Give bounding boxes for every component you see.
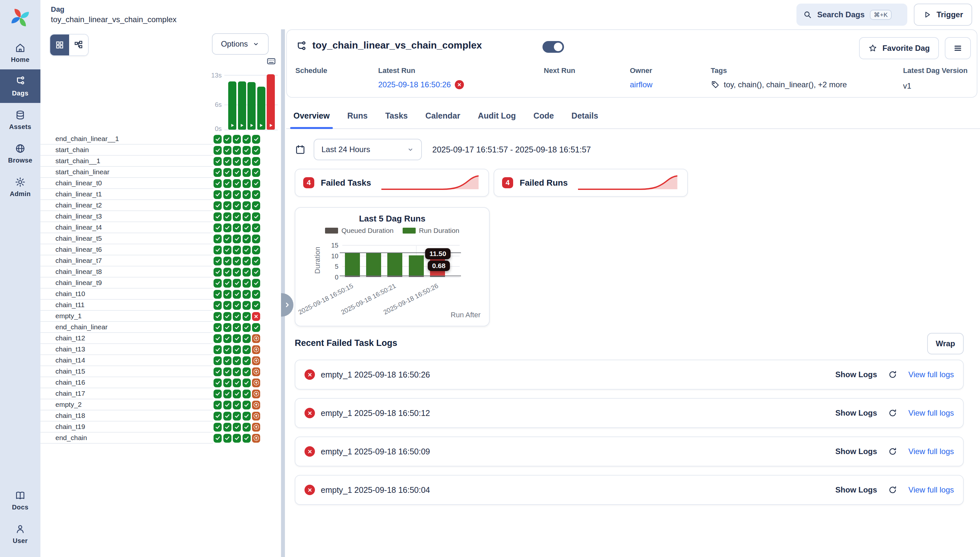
task-instance-upstream-failed[interactable] [252,367,260,376]
task-instance-success[interactable] [252,268,260,277]
task-instance-success[interactable] [233,367,241,376]
task-instance-success[interactable] [243,323,251,332]
task-instance-success[interactable] [214,401,222,409]
task-instance-success[interactable] [214,389,222,398]
task-name[interactable]: chain_t10 [41,288,213,300]
tab-audit-log[interactable]: Audit Log [478,103,516,128]
dag-run-bar-success[interactable] [238,81,246,130]
task-instance-upstream-failed[interactable] [252,389,260,398]
tab-overview[interactable]: Overview [293,103,330,128]
graph-view-button[interactable] [69,34,88,55]
tab-tasks[interactable]: Tasks [385,103,408,128]
task-instance-success[interactable] [223,290,232,299]
task-instance-success[interactable] [233,412,241,420]
task-instance-success[interactable] [233,345,241,354]
time-range-select[interactable]: Last 24 Hours [314,139,422,160]
task-instance-success[interactable] [233,279,241,288]
task-instance-success[interactable] [223,412,232,420]
owner-link[interactable]: airflow [630,80,652,89]
task-instance-success[interactable] [214,290,222,299]
task-instance-success[interactable] [252,190,260,199]
task-instance-success[interactable] [223,179,232,188]
task-instance-success[interactable] [233,301,241,310]
task-instance-success[interactable] [243,246,251,254]
task-instance-success[interactable] [223,356,232,365]
task-instance-upstream-failed[interactable] [252,412,260,420]
task-instance-success[interactable] [243,223,251,232]
task-instance-success[interactable] [214,334,222,343]
wrap-button[interactable]: Wrap [927,333,964,354]
refresh-icon[interactable] [888,370,897,379]
task-instance-success[interactable] [214,423,222,432]
dag-run-bar-failed[interactable] [267,74,275,130]
task-instance-success[interactable] [243,301,251,310]
task-name[interactable]: chain_t11 [41,300,213,311]
task-instance-success[interactable] [252,257,260,265]
view-full-logs-link[interactable]: View full logs [908,485,954,495]
refresh-icon[interactable] [888,447,897,456]
sidebar-item-user[interactable]: User [0,517,41,550]
task-name[interactable]: chain_linear_t4 [41,222,213,233]
task-instance-success[interactable] [233,268,241,277]
task-instance-success[interactable] [233,389,241,398]
task-instance-failed[interactable] [252,312,260,321]
task-instance-success[interactable] [243,345,251,354]
task-instance-success[interactable] [243,378,251,387]
task-instance-success[interactable] [243,367,251,376]
task-instance-success[interactable] [233,212,241,221]
task-instance-success[interactable] [214,235,222,243]
task-instance-success[interactable] [223,246,232,254]
task-instance-success[interactable] [233,190,241,199]
chart-bar-success[interactable] [409,256,424,277]
task-instance-success[interactable] [243,279,251,288]
task-instance-success[interactable] [223,168,232,177]
task-instance-success[interactable] [214,257,222,265]
task-instance-success[interactable] [243,212,251,221]
task-name[interactable]: chain_linear_t0 [41,178,213,189]
task-name[interactable]: chain_t12 [41,333,213,344]
task-instance-success[interactable] [223,235,232,243]
task-name[interactable]: chain_t18 [41,410,213,422]
task-instance-success[interactable] [214,301,222,310]
dag-actions-menu-button[interactable] [945,37,971,59]
task-instance-success[interactable] [233,257,241,265]
task-name[interactable]: chain_linear_t3 [41,211,213,222]
task-instance-success[interactable] [233,401,241,409]
failed-runs-card[interactable]: 4 Failed Runs [493,169,688,197]
search-dags-button[interactable]: Search Dags ⌘+K [797,3,907,26]
task-instance-success[interactable] [223,312,232,321]
task-instance-success[interactable] [252,223,260,232]
task-instance-success[interactable] [214,323,222,332]
task-instance-success[interactable] [214,434,222,443]
task-instance-success[interactable] [223,301,232,310]
task-instance-success[interactable] [233,235,241,243]
task-instance-upstream-failed[interactable] [252,423,260,432]
task-instance-success[interactable] [243,423,251,432]
failed-task-log-row[interactable]: empty_1 2025-09-18 16:50:04Show LogsView… [295,475,964,505]
task-instance-success[interactable] [243,312,251,321]
task-instance-success[interactable] [214,190,222,199]
task-instance-success[interactable] [252,301,260,310]
task-name[interactable]: chain_t14 [41,355,213,366]
task-instance-success[interactable] [243,135,251,143]
task-name[interactable]: chain_linear_t5 [41,233,213,244]
tab-code[interactable]: Code [533,103,554,128]
failed-task-log-row[interactable]: empty_1 2025-09-18 16:50:26Show LogsView… [295,360,964,389]
task-name[interactable]: chain_t13 [41,344,213,355]
task-instance-success[interactable] [214,312,222,321]
task-instance-success[interactable] [233,146,241,155]
task-instance-success[interactable] [223,190,232,199]
task-instance-success[interactable] [223,212,232,221]
tab-runs[interactable]: Runs [347,103,368,128]
show-logs-button[interactable]: Show Logs [835,447,877,456]
airflow-logo-icon[interactable] [8,6,32,29]
show-logs-button[interactable]: Show Logs [835,485,877,495]
task-instance-success[interactable] [233,223,241,232]
task-instance-success[interactable] [223,434,232,443]
tab-calendar[interactable]: Calendar [425,103,461,128]
task-name[interactable]: end_chain_linear__1 [41,134,213,145]
task-instance-success[interactable] [252,290,260,299]
trigger-button[interactable]: Trigger [914,3,972,26]
task-instance-success[interactable] [252,157,260,166]
task-name[interactable]: empty_1 [41,311,213,322]
